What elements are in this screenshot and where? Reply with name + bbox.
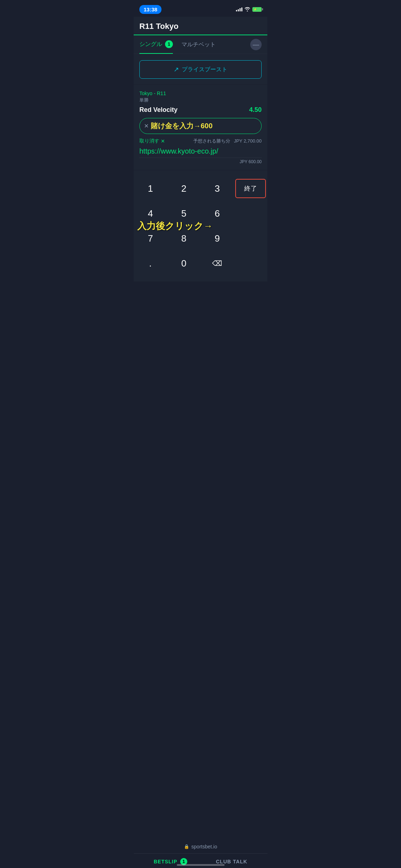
- numpad-empty-3: [234, 251, 267, 276]
- expected-win-label: 予想される勝ち分: [193, 138, 230, 144]
- tabs-bar: シングル 1 マルチベット —: [134, 35, 267, 54]
- numpad-key-8[interactable]: 8: [167, 226, 201, 251]
- numpad-section: 入力後クリック→ 1 2 3 終了 4 5 6 7 8 9 . 0 ⌫: [134, 170, 267, 281]
- price-boost-section: ↗ プライスブースト: [134, 55, 267, 84]
- url-overlay: https://www.kyoto-eco.jp/: [139, 146, 262, 157]
- status-bar: 13:38 ⚡: [134, 0, 267, 17]
- wifi-icon: [245, 7, 250, 12]
- bet-odds: 4.50: [249, 106, 262, 114]
- expected-win-value: JPY 2,700.00: [234, 138, 262, 144]
- stake-value: 600: [201, 122, 212, 130]
- numpad-key-9[interactable]: 9: [201, 226, 234, 251]
- stake-annotation: 賭け金を入力→: [151, 121, 201, 131]
- numpad-backspace-button[interactable]: ⌫: [201, 251, 234, 276]
- numpad-done-button[interactable]: 終了: [235, 179, 266, 198]
- numpad-key-dot[interactable]: .: [134, 251, 167, 276]
- numpad-key-7[interactable]: 7: [134, 226, 167, 251]
- tabs-left: シングル 1 マルチベット: [139, 35, 216, 54]
- numpad-key-3[interactable]: 3: [201, 176, 234, 201]
- price-boost-label: プライスブースト: [182, 66, 227, 73]
- page-title-bar: R11 Tokyo: [134, 17, 267, 35]
- status-time: 13:38: [139, 5, 161, 14]
- price-boost-button[interactable]: ↗ プライスブースト: [139, 60, 262, 79]
- boost-arrow-icon: ↗: [174, 66, 179, 73]
- tab-multi[interactable]: マルチベット: [181, 36, 216, 53]
- tab-single-label: シングル: [139, 41, 162, 48]
- bet-selection-name: Red Velocity: [139, 106, 178, 114]
- cancel-icon: ✕: [161, 138, 165, 144]
- numpad-key-5[interactable]: 5: [167, 201, 201, 226]
- tab-single-badge: 1: [165, 40, 173, 48]
- partial-value: JPY 600.00: [240, 159, 262, 164]
- numpad-key-1[interactable]: 1: [134, 176, 167, 201]
- stake-input-row[interactable]: ✕ 賭け金を入力→ 600: [139, 118, 262, 134]
- page-title: R11 Tokyo: [139, 22, 262, 31]
- partial-row: JPY 600.00: [139, 157, 262, 164]
- bet-match: Tokyo - R11: [139, 91, 262, 96]
- battery-icon: ⚡: [252, 7, 262, 12]
- signal-bars-icon: [236, 7, 242, 11]
- bet-card: Tokyo - R11 単勝 Red Velocity 4.50 ✕ 賭け金を入…: [134, 85, 267, 170]
- bet-selection-row: Red Velocity 4.50: [139, 106, 262, 114]
- numpad-key-4[interactable]: 4: [134, 201, 167, 226]
- bet-info-row: 取り消す ✕ 予想される勝ち分 JPY 2,700.00: [139, 138, 262, 144]
- minimize-icon: —: [253, 41, 259, 48]
- tab-single[interactable]: シングル 1: [139, 35, 173, 54]
- numpad-empty-1: [234, 201, 267, 226]
- numpad-key-0[interactable]: 0: [167, 251, 201, 276]
- tab-minimize-button[interactable]: —: [250, 39, 262, 50]
- status-icons: ⚡: [236, 7, 262, 12]
- stake-close-button[interactable]: ✕: [144, 118, 151, 134]
- bet-type: 単勝: [139, 97, 262, 103]
- numpad-grid: 1 2 3 終了 4 5 6 7 8 9 . 0 ⌫: [134, 176, 267, 276]
- numpad-key-6[interactable]: 6: [201, 201, 234, 226]
- tab-multi-label: マルチベット: [181, 41, 216, 48]
- numpad-key-2[interactable]: 2: [167, 176, 201, 201]
- cancel-button[interactable]: 取り消す ✕: [139, 138, 165, 144]
- numpad-empty-2: [234, 226, 267, 251]
- cancel-label: 取り消す: [139, 138, 159, 144]
